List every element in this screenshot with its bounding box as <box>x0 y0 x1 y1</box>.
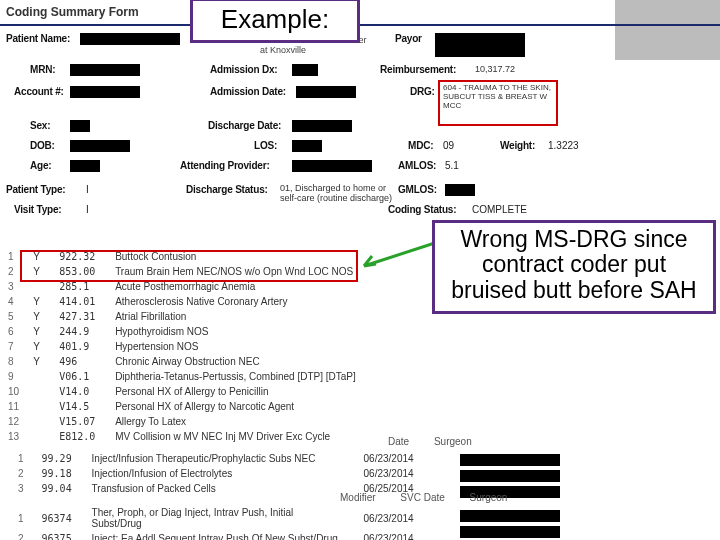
redacted-gmlos <box>445 184 475 196</box>
redacted-attending <box>292 160 372 172</box>
table-row: 13E812.0MV Collision w MV NEC Inj MV Dri… <box>2 430 362 443</box>
label-drg: DRG: <box>410 86 435 97</box>
redacted-discharge-date <box>292 120 352 132</box>
redacted-admission-dx <box>292 64 318 76</box>
redacted-dob <box>70 140 130 152</box>
redacted-patient-name <box>80 33 180 45</box>
label-admission-dx: Admission Dx: <box>210 64 277 75</box>
value-mdc: 09 <box>443 140 454 151</box>
value-amlos: 5.1 <box>445 160 459 171</box>
label-admission-date: Admission Date: <box>210 86 286 97</box>
value-reimbursement: 10,317.72 <box>475 64 515 74</box>
label-mdc: MDC: <box>408 140 433 151</box>
table-row: 296375Inject; Ea Addl Sequent Intrav Pus… <box>10 532 422 540</box>
table-row: 9V06.1Diphtheria-Tetanus-Pertussis, Comb… <box>2 370 362 383</box>
table-row: 6Y244.9Hypothyroidism NOS <box>2 325 362 338</box>
value-visit-type: I <box>86 204 89 215</box>
table-row: 199.29Inject/Infusion Therapeutic/Prophy… <box>10 452 422 465</box>
proc-header: Date Surgeon <box>388 436 494 447</box>
label-reimbursement: Reimbursement: <box>380 64 456 75</box>
label-account: Account #: <box>14 86 64 97</box>
redacted-age <box>70 160 100 172</box>
slide: Coding Summary Form Patient Name: Tennes… <box>0 0 720 540</box>
label-patient-type: Patient Type: <box>6 184 65 195</box>
table-row: 299.18Injection/Infusion of Electrolytes… <box>10 467 422 480</box>
table-row: 12V15.07Allergy To Latex <box>2 415 362 428</box>
label-discharge-status: Discharge Status: <box>186 184 268 195</box>
procedure-table-2: 196374Ther, Proph, or Diag Inject, Intra… <box>8 504 424 540</box>
col-modifier: Modifier <box>340 492 376 503</box>
value-weight: 1.3223 <box>548 140 579 151</box>
col-svcdate: SVC Date <box>400 492 444 503</box>
redacted-account <box>70 86 140 98</box>
label-age: Age: <box>30 160 51 171</box>
callout-note: Wrong MS-DRG since contract coder put br… <box>432 220 716 314</box>
table-row: 5Y427.31Atrial Fibrillation <box>2 310 362 323</box>
label-sex: Sex: <box>30 120 50 131</box>
label-visit-type: Visit Type: <box>14 204 61 215</box>
value-drg-highlighted: 604 - TRAUMA TO THE SKIN, SUBCUT TISS & … <box>438 80 558 126</box>
table-row: 10V14.0Personal HX of Allergy to Penicil… <box>2 385 362 398</box>
col-surgeon: Surgeon <box>434 436 472 447</box>
redacted-los <box>292 140 322 152</box>
label-attending: Attending Provider: <box>180 160 270 171</box>
redacted-surgeon <box>460 526 560 538</box>
highlighted-dx-rows <box>20 250 358 282</box>
procedure-table-1: 199.29Inject/Infusion Therapeutic/Prophy… <box>8 450 424 497</box>
redacted-surgeon <box>460 454 560 466</box>
label-mrn: MRN: <box>30 64 55 75</box>
value-patient-type: I <box>86 184 89 195</box>
redacted-sex <box>70 120 90 132</box>
label-gmlos: GMLOS: <box>398 184 437 195</box>
label-coding-status: Coding Status: <box>388 204 456 215</box>
callout-example: Example: <box>190 0 360 43</box>
table-row: 4Y414.01Atherosclerosis Native Coronary … <box>2 295 362 308</box>
value-coding-status: COMPLETE <box>472 204 527 215</box>
label-payor: Payor <box>395 33 422 44</box>
redacted-payor <box>435 33 525 57</box>
label-patient-name: Patient Name: <box>6 33 70 44</box>
redacted-admission-date <box>296 86 356 98</box>
table-row: 196374Ther, Proph, or Diag Inject, Intra… <box>10 506 422 530</box>
value-discharge-status: 01, Discharged to home or self-care (rou… <box>280 184 400 204</box>
table-row: 11V14.5Personal HX of Allergy to Narcoti… <box>2 400 362 413</box>
redacted-surgeon <box>460 470 560 482</box>
col-date: Date <box>388 436 409 447</box>
redacted-mrn <box>70 64 140 76</box>
divider <box>0 24 720 26</box>
col-surgeon2: Surgeon <box>470 492 508 503</box>
label-weight: Weight: <box>500 140 535 151</box>
label-discharge-date: Discharge Date: <box>208 120 281 131</box>
form-title: Coding Summary Form <box>6 5 139 19</box>
label-los: LOS: <box>254 140 277 151</box>
label-dob: DOB: <box>30 140 55 151</box>
table-row: 7Y401.9Hypertension NOS <box>2 340 362 353</box>
proc-header-2: Modifier SVC Date Surgeon <box>340 492 529 503</box>
redacted-surgeon <box>460 510 560 522</box>
table-row: 8Y496Chronic Airway Obstruction NEC <box>2 355 362 368</box>
label-amlos: AMLOS: <box>398 160 436 171</box>
